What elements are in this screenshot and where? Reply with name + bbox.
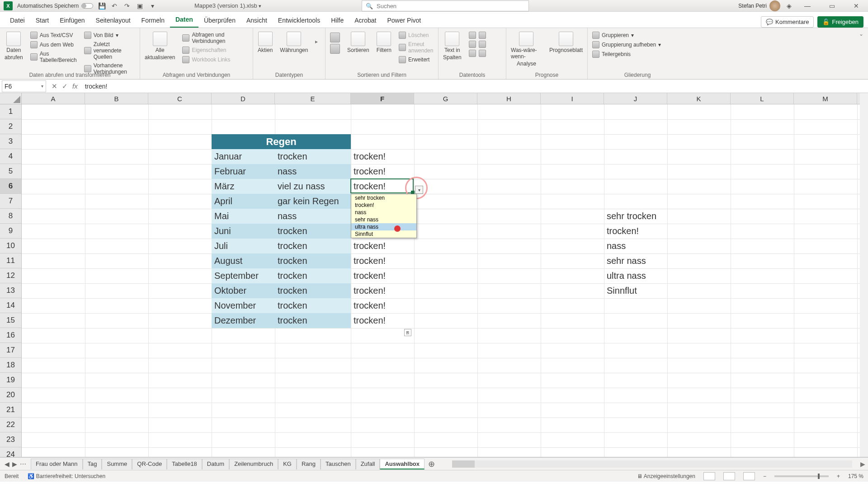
cell-J9[interactable]: trocken! bbox=[605, 225, 641, 236]
row-header-22[interactable]: 22 bbox=[0, 418, 21, 432]
subtotal-button[interactable]: Teilergebnis bbox=[592, 50, 683, 59]
diamond-icon[interactable]: ◈ bbox=[785, 2, 793, 10]
from-table[interactable]: Aus Tabelle/Bereich bbox=[30, 50, 77, 64]
cell-E9[interactable]: trocken bbox=[276, 225, 309, 236]
cell-E12[interactable]: trocken bbox=[276, 270, 309, 281]
datamodel-icon[interactable] bbox=[479, 50, 486, 57]
tab-einfuegen[interactable]: Einfügen bbox=[54, 14, 90, 28]
col-header-B[interactable]: B bbox=[85, 93, 148, 104]
cell-D13[interactable]: Oktober bbox=[212, 285, 248, 296]
sheet-tab[interactable]: Zufall bbox=[356, 459, 380, 469]
relations-icon[interactable] bbox=[469, 50, 476, 57]
tab-hilfe[interactable]: Hilfe bbox=[326, 14, 349, 28]
validation-item[interactable]: Sinnflut bbox=[351, 230, 416, 238]
sort-desc-icon[interactable] bbox=[330, 44, 340, 54]
cell-D7[interactable]: April bbox=[212, 195, 234, 206]
cancel-icon[interactable]: ✕ bbox=[52, 82, 57, 90]
worksheet-grid[interactable]: ABCDEFGHIJKLM 12345678910111213141516171… bbox=[0, 93, 868, 457]
sheet-tab[interactable]: Zeilenumbruch bbox=[229, 459, 278, 469]
tab-datei[interactable]: Datei bbox=[5, 14, 30, 28]
cell-D4[interactable]: Januar bbox=[212, 150, 244, 162]
undo-icon[interactable]: ↶ bbox=[110, 2, 118, 10]
cell-E14[interactable]: trocken bbox=[276, 300, 309, 311]
col-header-M[interactable]: M bbox=[794, 93, 857, 104]
validation-item[interactable]: trocken! bbox=[351, 202, 416, 209]
col-header-L[interactable]: L bbox=[731, 93, 794, 104]
cell-F10[interactable]: trocken! bbox=[352, 240, 387, 251]
column-headers[interactable]: ABCDEFGHIJKLM bbox=[22, 93, 860, 104]
validation-list[interactable]: sehr trockentrocken!nasssehr nassultra n… bbox=[351, 194, 417, 238]
col-header-J[interactable]: J bbox=[604, 93, 667, 104]
sheet-tab[interactable]: Summe bbox=[102, 459, 132, 469]
cell-D11[interactable]: August bbox=[212, 255, 244, 266]
horizontal-scrollbar[interactable] bbox=[452, 460, 852, 468]
get-data-button[interactable]: Datenabrufen bbox=[5, 30, 23, 76]
col-header-E[interactable]: E bbox=[275, 93, 351, 104]
scroll-right-icon[interactable]: ▶ bbox=[860, 460, 868, 468]
validation-item[interactable]: sehr nass bbox=[351, 216, 416, 223]
cell-E6[interactable]: viel zu nass bbox=[276, 180, 327, 192]
cell-F15[interactable]: trocken! bbox=[352, 314, 387, 326]
row-header-17[interactable]: 17 bbox=[0, 343, 21, 358]
row-header-24[interactable]: 24 bbox=[0, 447, 21, 457]
select-all-corner[interactable] bbox=[0, 93, 22, 104]
cell-J13[interactable]: Sinnflut bbox=[605, 285, 639, 296]
row-header-2[interactable]: 2 bbox=[0, 119, 21, 134]
search-box[interactable]: 🔍 Suchen bbox=[362, 0, 529, 11]
cell-D10[interactable]: Juli bbox=[212, 240, 230, 251]
autosave-toggle[interactable]: Automatisches Speichern bbox=[17, 3, 93, 9]
cell-F4[interactable]: trocken! bbox=[352, 150, 387, 162]
tab-seitenlayout[interactable]: Seitenlayout bbox=[90, 14, 136, 28]
display-settings[interactable]: 🖥 Anzeigeeinstellungen bbox=[637, 473, 695, 479]
whatif-button[interactable]: Was-wäre-wenn-Analyse bbox=[511, 30, 542, 67]
fx-icon[interactable]: fx bbox=[72, 82, 78, 90]
zoom-level[interactable]: 175 % bbox=[848, 473, 863, 479]
cell-J10[interactable]: nass bbox=[605, 240, 627, 251]
row-header-18[interactable]: 18 bbox=[0, 358, 21, 373]
refresh-all-button[interactable]: Alleaktualisieren bbox=[145, 30, 175, 64]
tab-daten[interactable]: Daten bbox=[170, 13, 198, 28]
col-header-C[interactable]: C bbox=[148, 93, 212, 104]
flash-fill-icon[interactable] bbox=[469, 32, 476, 39]
cell-D15[interactable]: Dezember bbox=[212, 314, 258, 326]
from-text-csv[interactable]: Aus Text/CSV bbox=[30, 31, 77, 40]
stocks-button[interactable]: Aktien bbox=[258, 30, 273, 53]
row-header-19[interactable]: 19 bbox=[0, 373, 21, 388]
sheet-tab[interactable]: KG bbox=[278, 459, 297, 469]
col-header-F[interactable]: F bbox=[351, 93, 414, 104]
cell-F5[interactable]: trocken! bbox=[352, 165, 387, 177]
cell-J12[interactable]: ultra nass bbox=[605, 270, 648, 281]
validation-item[interactable]: nass bbox=[351, 209, 416, 216]
new-sheet-button[interactable]: ⊕ bbox=[425, 459, 439, 469]
filter-button[interactable]: Filtern bbox=[377, 30, 392, 64]
tab-ueberpruefen[interactable]: Überprüfen bbox=[198, 14, 241, 28]
row-header-14[interactable]: 14 bbox=[0, 298, 21, 313]
view-normal[interactable] bbox=[703, 472, 715, 480]
active-cell[interactable] bbox=[350, 178, 414, 193]
vertical-scrollbar[interactable] bbox=[860, 93, 868, 457]
cell-E5[interactable]: nass bbox=[276, 165, 298, 177]
status-accessibility[interactable]: ♿ Barrierefreiheit: Untersuchen bbox=[28, 473, 105, 479]
formula-input[interactable]: trocken! bbox=[83, 83, 868, 90]
recent-sources[interactable]: Zuletzt verwendete Quellen bbox=[84, 40, 135, 61]
qat-more-icon[interactable]: ▾ bbox=[148, 2, 156, 10]
cell-D12[interactable]: September bbox=[212, 270, 260, 281]
sort-asc-icon[interactable] bbox=[330, 33, 340, 42]
validation-icon[interactable] bbox=[469, 41, 476, 48]
row-header-15[interactable]: 15 bbox=[0, 313, 21, 328]
group-button[interactable]: Gruppieren ▾ bbox=[592, 31, 683, 40]
minimize-button[interactable]: — bbox=[797, 0, 817, 11]
tab-powerpivot[interactable]: Power Pivot bbox=[382, 14, 426, 28]
sheet-nav-prev[interactable]: ◀ bbox=[5, 460, 9, 468]
sheet-nav-more[interactable]: ⋯ bbox=[20, 460, 26, 468]
sheet-tab[interactable]: QR-Code bbox=[132, 459, 167, 469]
col-header-K[interactable]: K bbox=[667, 93, 731, 104]
cell-D9[interactable]: Juni bbox=[212, 225, 233, 236]
tab-acrobat[interactable]: Acrobat bbox=[349, 14, 382, 28]
remove-dup-icon[interactable] bbox=[479, 32, 486, 39]
sheet-tab[interactable]: Auswahlbox bbox=[380, 459, 425, 469]
view-layout[interactable] bbox=[723, 472, 735, 480]
row-headers[interactable]: 123456789101112131415161718192021222324 bbox=[0, 104, 22, 457]
save-icon[interactable]: 💾 bbox=[98, 2, 106, 10]
close-button[interactable]: ✕ bbox=[846, 0, 866, 11]
